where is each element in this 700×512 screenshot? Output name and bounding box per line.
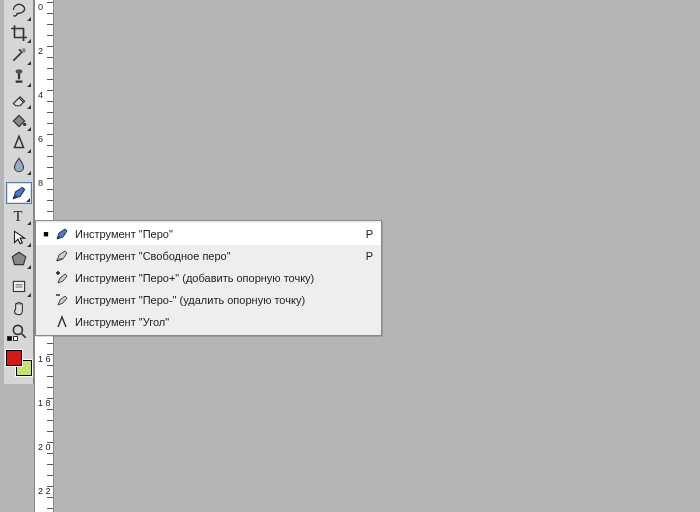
- ruler-major: 1 8: [38, 400, 51, 407]
- default-colors-icon[interactable]: [7, 336, 18, 341]
- freeform-pen-icon: [52, 247, 72, 265]
- flyout-shortcut: P: [357, 228, 373, 240]
- flyout-item-delete-anchor[interactable]: Инструмент "Перо-" (удалить опорную точк…: [36, 289, 381, 311]
- ruler-major: 8: [38, 180, 43, 187]
- svg-point-1: [16, 69, 23, 74]
- path-select-tool-icon[interactable]: [6, 226, 32, 248]
- healing-brush-icon[interactable]: [6, 44, 32, 66]
- type-tool-icon[interactable]: T: [6, 204, 32, 226]
- ruler-major: 6: [38, 136, 43, 143]
- notes-tool-icon[interactable]: [6, 276, 32, 298]
- flyout-label: Инструмент "Перо": [75, 228, 357, 240]
- pen-tool-flyout: ■ Инструмент "Перо" P Инструмент "Свобод…: [35, 220, 382, 336]
- ruler-major: 2 2: [38, 488, 51, 495]
- checkmark-icon: ■: [40, 229, 52, 239]
- ruler-major: 2 0: [38, 444, 51, 451]
- flyout-label: Инструмент "Перо+" (добавить опорную точ…: [75, 272, 357, 284]
- sharpen-tool-icon[interactable]: [6, 132, 32, 154]
- pen-add-icon: [52, 269, 72, 287]
- flyout-item-add-anchor[interactable]: Инструмент "Перо+" (добавить опорную точ…: [36, 267, 381, 289]
- ruler-major: 0: [38, 4, 43, 11]
- foreground-swatch[interactable]: [6, 350, 22, 366]
- color-swatches[interactable]: [4, 348, 30, 378]
- convert-point-icon: [52, 313, 72, 331]
- paintbucket-tool-icon[interactable]: [6, 110, 32, 132]
- pen-icon: [52, 225, 72, 243]
- svg-point-2: [23, 123, 26, 126]
- ruler-major: 2: [38, 48, 43, 55]
- flyout-item-convert-point[interactable]: Инструмент "Угол": [36, 311, 381, 333]
- ruler-major: 1 6: [38, 356, 51, 363]
- crop-tool-icon[interactable]: [6, 22, 32, 44]
- flyout-item-freeform-pen[interactable]: Инструмент "Свободное перо" P: [36, 245, 381, 267]
- svg-point-0: [21, 48, 26, 53]
- flyout-item-pen[interactable]: ■ Инструмент "Перо" P: [36, 223, 381, 245]
- lasso-tool-icon[interactable]: [6, 0, 32, 22]
- svg-text:T: T: [13, 208, 22, 224]
- ruler-major: 4: [38, 92, 43, 99]
- stamp-tool-icon[interactable]: [6, 66, 32, 88]
- pen-tool-icon[interactable]: [6, 182, 32, 204]
- toolbox: T: [4, 0, 34, 384]
- eraser-tool-icon[interactable]: [6, 88, 32, 110]
- flyout-label: Инструмент "Угол": [75, 316, 357, 328]
- flyout-shortcut: P: [357, 250, 373, 262]
- svg-marker-4: [12, 252, 26, 264]
- pen-delete-icon: [52, 291, 72, 309]
- flyout-label: Инструмент "Перо-" (удалить опорную точк…: [75, 294, 357, 306]
- shape-tool-icon[interactable]: [6, 248, 32, 270]
- blur-tool-icon[interactable]: [6, 154, 32, 176]
- hand-tool-icon[interactable]: [6, 298, 32, 320]
- flyout-label: Инструмент "Свободное перо": [75, 250, 357, 262]
- svg-point-6: [13, 325, 22, 334]
